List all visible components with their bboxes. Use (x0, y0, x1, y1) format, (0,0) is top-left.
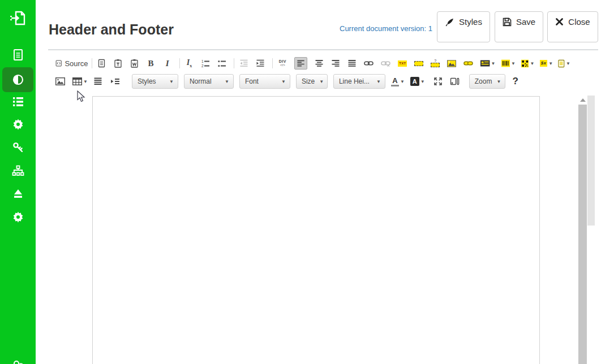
dropdown-caret: ▼ (496, 79, 501, 84)
insert-image-button[interactable] (55, 75, 65, 88)
maximize-button[interactable] (433, 75, 443, 88)
pen-icon (445, 18, 454, 27)
sidebar-item-upload[interactable] (0, 184, 36, 204)
font-combo[interactable]: Font ▼ (239, 74, 290, 89)
contrast-icon (12, 73, 24, 86)
align-left-button[interactable] (294, 57, 307, 70)
upload-icon (12, 188, 24, 200)
sidebar-item-documents[interactable] (0, 45, 36, 65)
align-right-button[interactable] (331, 57, 340, 70)
editor-content-area[interactable] (92, 96, 540, 364)
dropdown-caret: ▼ (83, 79, 88, 84)
numbered-list-button[interactable]: 12 (201, 57, 210, 70)
format-combo-label: Normal (190, 77, 212, 85)
sidebar-item-list[interactable] (0, 92, 36, 112)
insert-text-placeholder-button[interactable]: TXT (398, 57, 407, 70)
image-placeholder-icon (447, 60, 456, 67)
sitemap-icon (12, 165, 24, 176)
editor-scrollbar[interactable] (578, 95, 587, 364)
toolbar-separator (92, 58, 92, 68)
div-container-button[interactable]: DIV</> (278, 57, 287, 70)
maximize-icon (433, 77, 443, 86)
barcode-icon (501, 59, 510, 67)
source-icon (55, 59, 62, 68)
insert-conditional-field-button[interactable]: ? (431, 57, 440, 70)
qr-code-icon (521, 59, 529, 68)
zoom-combo-label: Zoom (475, 77, 492, 85)
justify-button[interactable] (347, 57, 357, 70)
dropdown-caret: ▼ (400, 79, 405, 84)
sidebar-item-partial-bottom[interactable] (0, 356, 36, 364)
decrease-indent-button[interactable] (239, 57, 248, 70)
dropdown-caret: ▼ (548, 61, 553, 66)
unlink-button[interactable] (381, 57, 390, 70)
line-spacing-button[interactable] (93, 75, 102, 88)
field-placeholder-icon (414, 61, 423, 66)
new-page-icon (97, 59, 106, 68)
bold-button[interactable]: B (147, 57, 156, 70)
div-container-icon: DIV</> (279, 60, 286, 67)
insert-barcode-button[interactable]: ▼ (501, 57, 516, 70)
size-combo[interactable]: Size ▼ (296, 74, 328, 89)
paste-word-button[interactable] (130, 57, 139, 70)
zoom-combo[interactable]: Zoom ▼ (469, 74, 505, 89)
insert-field-button[interactable] (414, 57, 423, 70)
dropdown-caret: ▼ (566, 61, 570, 66)
dropdown-caret: ▼ (511, 61, 516, 66)
align-center-button[interactable] (315, 57, 324, 70)
sidebar-item-keys[interactable] (0, 137, 36, 158)
increase-indent-button[interactable] (256, 57, 265, 70)
show-blocks-button[interactable] (450, 75, 460, 88)
formula-icon: $x (540, 60, 548, 67)
background-color-icon: A (410, 77, 419, 86)
scrollbar-thumb[interactable] (578, 105, 587, 364)
scrollbar-up-arrow[interactable] (580, 98, 586, 102)
bullet-list-button[interactable] (217, 57, 226, 70)
dropdown-caret: ▼ (169, 79, 174, 84)
insert-formula-button[interactable]: $x ▼ (540, 57, 552, 70)
table-icon (72, 77, 82, 85)
sidebar-item-preferences[interactable] (0, 207, 36, 227)
toolbar-separator (234, 58, 234, 68)
remove-format-button[interactable]: Ix (184, 57, 194, 70)
indent-block-button[interactable] (110, 75, 120, 88)
format-combo[interactable]: Normal ▼ (184, 74, 234, 89)
unlink-icon (381, 60, 390, 67)
close-button[interactable]: Close (547, 11, 598, 42)
insert-document-button[interactable]: ▼ (558, 57, 570, 70)
insert-qrcode-button[interactable]: ▼ (521, 57, 534, 70)
toolbar-separator (179, 58, 180, 68)
styles-combo[interactable]: Styles ▼ (132, 74, 178, 89)
new-page-button[interactable] (97, 57, 106, 70)
sidebar-item-settings[interactable] (0, 114, 36, 135)
source-button[interactable]: Source (55, 57, 88, 70)
line-height-combo[interactable]: Line Hei... ▼ (333, 74, 385, 89)
insert-link-placeholder-button[interactable] (463, 57, 473, 70)
text-color-button[interactable]: A ▼ (391, 75, 405, 88)
sidebar-item-contrast-active[interactable] (2, 67, 33, 92)
insert-form-placeholder-button[interactable]: ▼ (480, 57, 495, 70)
sidebar-item-logo[interactable] (0, 7, 36, 29)
italic-button[interactable]: I (163, 57, 172, 70)
dropdown-caret: ▼ (420, 79, 425, 84)
sidebar-item-sitemap[interactable] (0, 161, 36, 181)
insert-image-placeholder-button[interactable] (447, 57, 456, 70)
page-scrollbar-thumb[interactable] (587, 96, 595, 226)
link-button[interactable] (364, 57, 374, 70)
document-version-text: Current document version: 1 (340, 24, 432, 33)
save-button[interactable]: Save (495, 11, 543, 42)
svg-text:1: 1 (201, 59, 204, 63)
help-button[interactable]: ? (511, 75, 520, 88)
dropdown-caret: ▼ (225, 79, 229, 84)
dropdown-caret: ▼ (491, 61, 496, 66)
insert-table-button[interactable]: ▼ (72, 75, 88, 88)
source-button-label: Source (65, 59, 88, 68)
key-icon (12, 141, 24, 154)
text-color-icon: A (391, 77, 399, 86)
line-height-combo-label: Line Hei... (339, 77, 370, 85)
background-color-button[interactable]: A ▼ (410, 75, 425, 88)
paste-from-word-icon (130, 59, 139, 68)
toolbar-row-2: ▼ Styles ▼ Normal ▼ Font ▼ Size ▼ (55, 73, 576, 90)
styles-button[interactable]: Styles (437, 11, 490, 42)
paste-text-button[interactable] (114, 57, 123, 70)
